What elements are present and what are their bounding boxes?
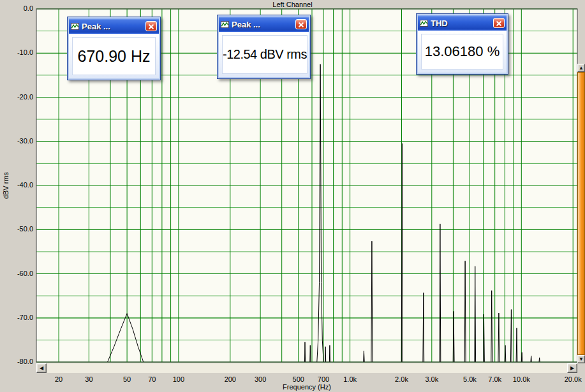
panel-title: Peak ... — [82, 22, 143, 31]
y-tick-label: -10.0 — [6, 48, 33, 56]
waveform-icon — [71, 23, 79, 30]
y-tick-label: -40.0 — [6, 181, 33, 189]
close-icon[interactable] — [493, 18, 505, 28]
scroll-up-button[interactable]: ▲ — [577, 64, 585, 72]
panel-body: 13.06180 % — [418, 31, 507, 73]
scroll-left-button[interactable]: ◀ — [36, 363, 47, 373]
horizontal-scrollbar[interactable]: ◀ ▶ — [36, 363, 577, 373]
right-arrow-icon: ▶ — [570, 365, 574, 371]
panel-title: THD — [431, 18, 491, 28]
vertical-scroll-thumb[interactable] — [577, 72, 585, 355]
scroll-right-button[interactable]: ▶ — [567, 363, 577, 373]
x-tick-label: 100 — [163, 375, 195, 383]
panel-title: Peak ... — [232, 20, 293, 29]
x-tick-label: 10.0k — [505, 375, 537, 383]
x-tick-label: 300 — [244, 375, 276, 383]
panel-titlebar[interactable]: Peak ... — [219, 17, 309, 32]
spectrum-analyzer-window: Left Channel dBV rms Frequency (Hz) Peak… — [0, 0, 585, 392]
y-tick-label: -30.0 — [6, 137, 33, 145]
y-tick-label: -80.0 — [6, 358, 33, 365]
close-icon[interactable] — [145, 21, 157, 31]
up-arrow-icon: ▲ — [579, 65, 584, 71]
peak-frequency-value: 670.90 Hz — [72, 37, 156, 75]
x-axis-label: Frequency (Hz) — [36, 383, 577, 391]
measurement-window-thd[interactable]: THD 13.06180 % — [416, 13, 508, 75]
x-tick-label: 200 — [214, 375, 246, 383]
x-tick-label: 20.0k — [557, 375, 585, 383]
y-tick-label: -60.0 — [6, 270, 33, 277]
measurement-window-peak-frequency[interactable]: Peak ... 670.90 Hz — [67, 17, 161, 80]
panel-titlebar[interactable]: THD — [418, 15, 507, 31]
scroll-down-button[interactable]: ▼ — [577, 355, 585, 363]
panel-body: 670.90 Hz — [69, 34, 159, 78]
x-tick-label: 2.0k — [386, 375, 418, 383]
x-tick-label: 1.0k — [334, 375, 366, 383]
close-icon[interactable] — [295, 19, 307, 29]
waveform-icon — [420, 20, 428, 27]
panel-titlebar[interactable]: Peak ... — [69, 18, 159, 34]
waveform-icon — [221, 21, 229, 28]
panel-body: -12.54 dBV rms — [219, 32, 309, 77]
thd-value: 13.06180 % — [421, 34, 503, 69]
measurement-window-peak-level[interactable]: Peak ... -12.54 dBV rms — [217, 15, 311, 79]
vertical-scrollbar[interactable]: ▲ ▼ — [577, 64, 585, 363]
peak-level-value: -12.54 dBV rms — [222, 35, 307, 74]
x-tick-label: 3.0k — [416, 375, 448, 383]
y-tick-label: -50.0 — [6, 225, 33, 233]
chart-title: Left Channel — [0, 1, 585, 8]
down-arrow-icon: ▼ — [579, 356, 584, 362]
x-tick-label: 30 — [73, 375, 105, 383]
y-tick-label: -20.0 — [6, 93, 33, 101]
x-tick-label: 20 — [43, 375, 75, 383]
left-arrow-icon: ◀ — [40, 365, 43, 371]
y-tick-label: -70.0 — [6, 314, 33, 321]
y-tick-label: 0.0 — [6, 4, 33, 12]
